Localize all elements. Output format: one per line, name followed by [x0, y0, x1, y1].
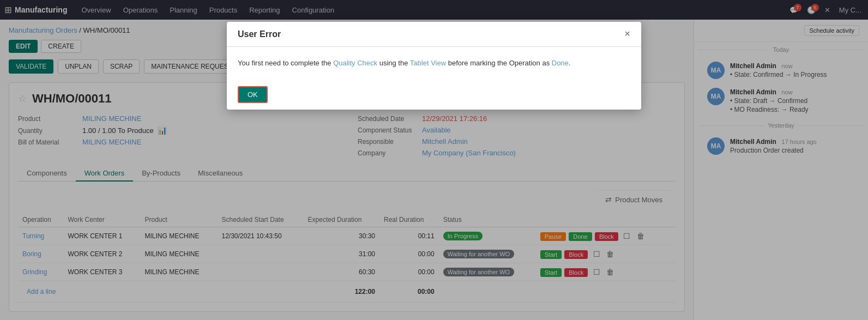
modal-body: You first need to complete the Quality C…: [227, 47, 641, 80]
modal-footer: OK: [227, 80, 641, 110]
user-error-modal: User Error × You first need to complete …: [227, 22, 641, 110]
modal-overlay: User Error × You first need to complete …: [0, 0, 868, 320]
ok-button[interactable]: OK: [238, 86, 268, 103]
modal-close-button[interactable]: ×: [624, 28, 630, 40]
modal-header: User Error ×: [227, 22, 641, 47]
modal-title: User Error: [238, 29, 281, 39]
modal-message: You first need to complete the Quality C…: [238, 58, 630, 69]
